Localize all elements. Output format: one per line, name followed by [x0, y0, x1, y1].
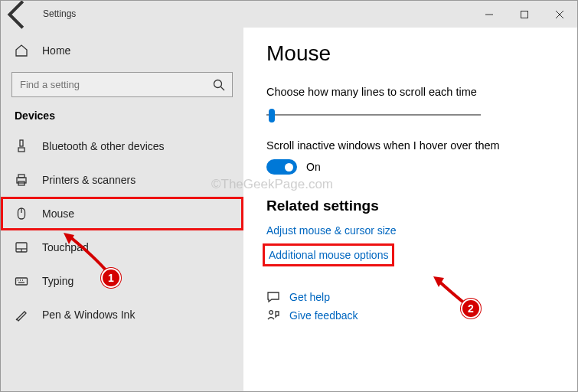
toggle-state-label: On [306, 161, 321, 173]
sidebar-item-label: Mouse [42, 207, 74, 220]
sidebar-item-touchpad[interactable]: Touchpad [1, 230, 243, 264]
sidebar-item-printers[interactable]: Printers & scanners [1, 163, 243, 197]
svg-line-5 [221, 87, 225, 90]
window-title: Settings [43, 1, 76, 28]
hover-scroll-toggle[interactable] [266, 159, 297, 175]
annotation-badge-1: 1 [101, 268, 121, 288]
home-icon [15, 44, 28, 57]
sidebar-item-bluetooth[interactable]: Bluetooth & other devices [1, 129, 243, 163]
sidebar: Home Devices Bluetooth & other devices P… [1, 28, 243, 391]
home-label: Home [42, 44, 70, 57]
svg-point-22 [269, 311, 273, 315]
scroll-lines-label: Choose how many lines to scroll each tim… [266, 86, 556, 98]
feedback-row[interactable]: Give feedback [266, 309, 556, 322]
sidebar-item-label: Pen & Windows Ink [42, 309, 135, 321]
svg-rect-9 [18, 175, 24, 178]
maximize-button[interactable] [507, 1, 542, 28]
additional-mouse-options-link[interactable]: Additional mouse options [266, 247, 390, 263]
close-button[interactable] [542, 1, 577, 28]
give-feedback-link[interactable]: Give feedback [289, 309, 358, 322]
home-nav[interactable]: Home [1, 34, 243, 67]
toggle-knob [285, 163, 293, 172]
search-icon [212, 78, 226, 92]
search-input[interactable] [18, 78, 212, 91]
slider-track [266, 114, 481, 116]
get-help-row[interactable]: Get help [266, 290, 556, 304]
chat-icon [266, 290, 280, 304]
adjust-mouse-link[interactable]: Adjust mouse & cursor size [266, 224, 397, 237]
sidebar-item-pen[interactable]: Pen & Windows Ink [1, 298, 243, 332]
svg-point-4 [214, 80, 222, 87]
svg-rect-7 [18, 148, 24, 152]
page-title: Mouse [266, 41, 556, 66]
sidebar-item-label: Touchpad [42, 241, 89, 253]
section-heading: Devices [1, 105, 243, 129]
svg-rect-16 [16, 278, 28, 285]
scroll-lines-slider[interactable] [266, 106, 481, 124]
sidebar-item-mouse[interactable]: Mouse [1, 197, 243, 230]
mouse-icon [15, 207, 28, 220]
bluetooth-icon [15, 139, 28, 153]
keyboard-icon [15, 274, 28, 288]
svg-rect-6 [20, 140, 23, 146]
svg-rect-1 [521, 11, 528, 18]
minimize-button[interactable] [472, 1, 507, 28]
sidebar-item-label: Bluetooth & other devices [42, 140, 165, 152]
sidebar-item-label: Typing [42, 275, 73, 287]
feedback-icon [266, 309, 280, 322]
get-help-link[interactable]: Get help [289, 291, 330, 303]
pen-icon [15, 308, 28, 322]
touchpad-icon [15, 240, 28, 254]
sidebar-item-typing[interactable]: Typing [1, 264, 243, 298]
related-settings-heading: Related settings [266, 198, 556, 214]
sidebar-item-label: Printers & scanners [42, 174, 136, 186]
annotation-badge-2: 2 [461, 299, 481, 318]
back-button[interactable] [1, 1, 36, 28]
titlebar [1, 1, 577, 28]
search-box[interactable] [11, 72, 233, 97]
slider-thumb[interactable] [269, 109, 275, 122]
hover-scroll-label: Scroll inactive windows when I hover ove… [266, 139, 556, 152]
printer-icon [15, 173, 28, 187]
main-content: Mouse Choose how many lines to scroll ea… [243, 28, 577, 391]
